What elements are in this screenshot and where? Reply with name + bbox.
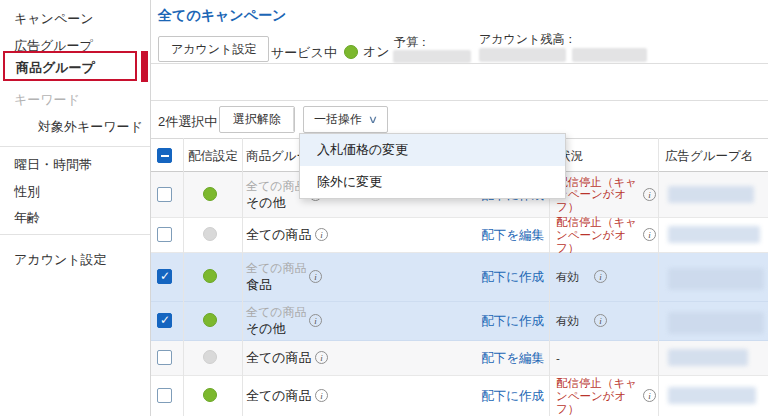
delivery-on-dot-icon — [203, 388, 217, 402]
table-row: 全ての商品 配下を編集 - — [151, 341, 768, 376]
sidebar-item-negative-keyword[interactable]: 対象外キーワード — [38, 118, 143, 136]
adgroup-name-redacted — [668, 349, 748, 366]
deselect-button[interactable]: 選択解除 — [219, 106, 295, 133]
info-icon[interactable] — [594, 314, 607, 327]
app-window: キャンペーン 広告グループ 商品グループ キーワード 対象外キーワード 曜日・時… — [0, 0, 768, 416]
sidebar-item-age[interactable]: 年齢 — [14, 209, 40, 227]
sidebar-item-day-time[interactable]: 曜日・時間帯 — [14, 156, 92, 174]
budget-value-redacted — [393, 50, 471, 63]
sidebar-item-keyword: キーワード — [14, 91, 80, 109]
product-group-name: その他 — [246, 320, 307, 338]
green-dot-icon — [344, 45, 358, 59]
product-group-cell: 全ての商品 その他 — [246, 304, 307, 338]
info-icon[interactable] — [643, 228, 656, 241]
table-row: 全ての商品 配下を編集 配信停止（キャンペーンがオフ） — [151, 218, 768, 253]
info-icon[interactable] — [315, 389, 328, 402]
selected-item-annotation-box: 商品グループ — [3, 51, 137, 81]
edit-under-link[interactable]: 配下を編集 — [451, 227, 544, 244]
table-row-selected: 全ての商品 その他 配下に作成 有効 — [151, 302, 768, 341]
bulk-actions-button[interactable]: 一括操作 — [303, 106, 388, 133]
info-icon[interactable] — [594, 270, 607, 283]
product-group-name: 全ての商品 — [246, 226, 312, 244]
balance-value-redacted — [572, 48, 647, 62]
account-balance-label: アカウント残高： — [479, 31, 576, 48]
adgroup-name-redacted — [668, 226, 760, 243]
row-checkbox[interactable] — [157, 388, 172, 403]
product-group-name: 食品 — [246, 276, 307, 294]
balance-value-redacted — [479, 48, 566, 62]
create-under-link[interactable]: 配下に作成 — [451, 269, 544, 286]
delivery-on-dot-icon — [203, 187, 217, 201]
toolbar-divider — [293, 108, 294, 131]
status-cell: - — [556, 352, 640, 365]
sidebar-item-gender[interactable]: 性別 — [14, 183, 40, 201]
sidebar: キャンペーン 広告グループ 商品グループ キーワード 対象外キーワード 曜日・時… — [0, 0, 151, 416]
selection-count: 2件選択中 — [158, 113, 217, 131]
delivery-off-dot-icon — [203, 227, 217, 241]
product-group-parent: 全ての商品 — [246, 260, 307, 276]
bulk-actions-dropdown-menu: 入札価格の変更 除外に変更 — [299, 133, 566, 199]
status-cell: 配信停止（キャンペーンがオフ） — [556, 175, 640, 214]
table-row-selected: 全ての商品 食品 配下に作成 有効 — [151, 253, 768, 302]
product-group-cell: 全ての商品 — [246, 226, 312, 244]
product-group-cell: 全ての商品 食品 — [246, 260, 307, 294]
product-group-name: 全ての商品 — [246, 387, 312, 405]
budget-label: 予算： — [394, 34, 430, 51]
product-group-cell: 全ての商品 — [246, 349, 312, 367]
main-panel: 全てのキャンペーン アカウント設定 サービス中 オン 予算： アカウント残高： … — [151, 0, 768, 416]
row-checkbox[interactable] — [157, 269, 172, 284]
create-under-link[interactable]: 配下に作成 — [451, 313, 544, 330]
sidebar-divider — [0, 146, 150, 147]
adgroup-name-redacted — [668, 268, 764, 290]
product-group-cell: 全ての商品 その他 — [246, 178, 307, 212]
table-row: 全ての商品 配下に作成 配信停止（キャンペーンがオフ） — [151, 376, 768, 416]
bulk-actions-label: 一括操作 — [314, 112, 362, 126]
adgroup-name-redacted — [668, 312, 764, 334]
select-all-checkbox[interactable] — [157, 148, 172, 163]
chevron-down-icon — [368, 107, 378, 132]
product-group-cell: 全ての商品 — [246, 387, 312, 405]
row-checkbox[interactable] — [157, 313, 172, 328]
row-checkbox[interactable] — [157, 187, 172, 202]
breadcrumb-all-campaigns[interactable]: 全てのキャンペーン — [158, 7, 286, 25]
toggle-state-label: オン — [363, 44, 390, 59]
info-icon[interactable] — [643, 188, 656, 201]
edit-under-link[interactable]: 配下を編集 — [451, 350, 544, 367]
create-under-link[interactable]: 配下に作成 — [451, 388, 544, 405]
column-header-delivery: 配信設定 — [188, 148, 238, 165]
product-group-name: その他 — [246, 194, 307, 212]
column-header-adgroup-name: 広告グループ名 — [665, 148, 753, 165]
menu-item-change-bid[interactable]: 入札価格の変更 — [300, 134, 565, 166]
account-settings-button[interactable]: アカウント設定 — [158, 36, 269, 62]
adgroup-name-redacted — [668, 387, 756, 404]
info-icon[interactable] — [309, 270, 322, 283]
selected-item-red-indicator — [141, 51, 148, 82]
delivery-on-dot-icon — [203, 269, 217, 283]
account-on-toggle[interactable]: オン — [344, 42, 390, 61]
sidebar-item-product-group[interactable]: 商品グループ — [16, 59, 95, 77]
section-divider — [151, 63, 768, 64]
info-icon[interactable] — [315, 351, 328, 364]
delivery-on-dot-icon — [203, 313, 217, 327]
sidebar-item-campaign[interactable]: キャンペーン — [14, 10, 94, 28]
sidebar-item-account-settings[interactable]: アカウント設定 — [14, 251, 107, 269]
status-cell: 配信停止（キャンペーンがオフ） — [556, 216, 640, 255]
row-checkbox[interactable] — [157, 227, 172, 242]
sidebar-divider — [0, 234, 150, 235]
info-icon[interactable] — [309, 314, 322, 327]
product-group-name: 全ての商品 — [246, 349, 312, 367]
product-group-parent: 全ての商品 — [246, 304, 307, 320]
menu-item-change-to-excluded[interactable]: 除外に変更 — [300, 166, 565, 198]
info-icon[interactable] — [315, 228, 328, 241]
product-group-parent: 全ての商品 — [246, 178, 307, 194]
delivery-off-dot-icon — [203, 350, 217, 364]
adgroup-name-redacted — [668, 186, 754, 203]
row-checkbox[interactable] — [157, 350, 172, 365]
service-status-label: サービス中 — [271, 44, 337, 62]
status-cell: 配信停止（キャンペーンがオフ） — [556, 377, 640, 416]
section-divider — [151, 100, 768, 101]
info-icon[interactable] — [643, 389, 656, 402]
